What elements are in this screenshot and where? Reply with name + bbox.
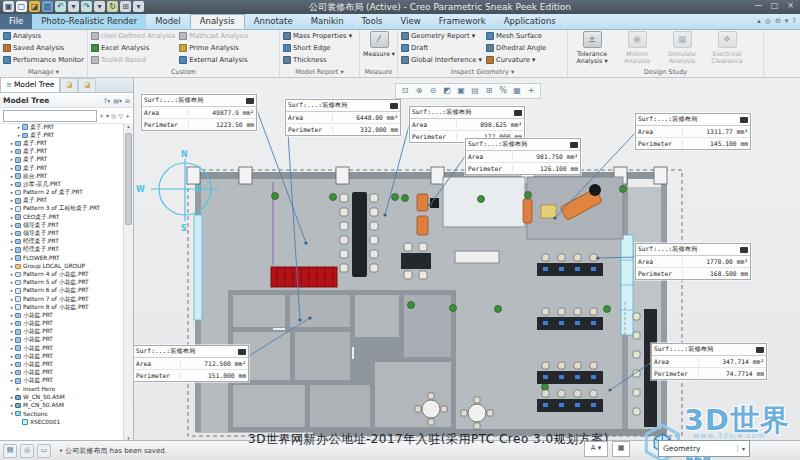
excel-analysis-button[interactable]: Excel Analysis xyxy=(91,42,175,54)
mathcad-analysis-button[interactable]: Mathcad Analysis xyxy=(179,30,248,42)
tree-item[interactable]: ▾Sections xyxy=(0,410,124,418)
selection-filter[interactable]: Geometry ▾ xyxy=(658,440,750,457)
selection-filter-arrow[interactable]: ▾ xyxy=(737,445,749,452)
tree-scrollbar[interactable]: ▴ ▾ xyxy=(123,123,133,441)
zoom-out-icon[interactable]: ⊖ xyxy=(427,85,439,97)
tab-manikin[interactable]: Manikin xyxy=(302,14,353,29)
windows-icon[interactable]: ⊞ xyxy=(120,1,131,12)
callout-pin-icon[interactable] xyxy=(514,110,522,116)
window-menu-icon[interactable]: ▣ xyxy=(3,1,14,12)
tab-model[interactable]: Model xyxy=(146,14,190,29)
tab-framework[interactable]: Framework xyxy=(430,14,495,29)
simulate-analysis-button[interactable]: ▦Simulate Analysis xyxy=(661,30,703,67)
measurement-callout[interactable]: Surf:...:装修布局Area6448.00 mm²Perimeter332… xyxy=(285,99,401,136)
open-icon[interactable]: ◪ xyxy=(29,1,40,12)
tree-item[interactable]: ▸小花盆.PRT xyxy=(0,336,124,344)
callout-pin-icon[interactable] xyxy=(570,142,578,148)
prime-analysis-button[interactable]: Prime Analysis xyxy=(179,42,248,54)
tree-item[interactable]: ▸小花盆.PRT xyxy=(0,369,124,377)
repaint-icon[interactable]: ◩ xyxy=(441,85,453,97)
search-options-arrow[interactable]: ▾ xyxy=(106,112,109,119)
expand-search-icon[interactable]: + xyxy=(125,112,130,119)
tree-item[interactable]: ▸桌子.PRT xyxy=(0,148,124,156)
tree-item[interactable]: ▸经理桌子.PRT xyxy=(0,238,124,246)
geometry-report-button[interactable]: Geometry Report ▾ xyxy=(401,30,482,42)
tab-favorites[interactable]: ◪ xyxy=(78,78,96,92)
show-columns-icon[interactable]: ⊞ xyxy=(125,97,130,104)
toolkit-based-button[interactable]: Toolkit-Based xyxy=(91,54,175,66)
motion-analysis-button[interactable]: ◉Motion Analysis xyxy=(616,30,658,67)
scroll-up-icon[interactable]: ▴ xyxy=(124,123,133,129)
snapshot-mini-button[interactable]: ▦ xyxy=(612,441,630,457)
undo-icon[interactable]: ↶ xyxy=(55,1,66,12)
callout-pin-icon[interactable] xyxy=(246,98,254,104)
tree-item[interactable]: ▸桌子.PRT xyxy=(0,139,124,147)
tree-item[interactable]: ▸桌子.PRT xyxy=(0,123,124,131)
zoom-in-icon[interactable]: ⊕ xyxy=(413,85,425,97)
search-input[interactable] xyxy=(3,110,97,122)
graphics-area[interactable]: N W E S ⊡⊕⊖◩▣▤⊞%▦+ Surf:...:装修布局Area4987… xyxy=(133,77,800,441)
callout-pin-icon[interactable] xyxy=(238,349,246,355)
refit-icon[interactable]: ⊡ xyxy=(399,85,411,97)
toggle-tree-icon[interactable]: ▤ xyxy=(3,444,17,458)
mass-properties-button[interactable]: Mass Properties ▾ xyxy=(283,30,352,42)
in-graphics-toolbar[interactable]: ⊡⊕⊖◩▣▤⊞%▦+ xyxy=(395,83,541,99)
global-interference-button[interactable]: Global Interference ▾ xyxy=(401,54,482,66)
dihedral-angle-button[interactable]: Dihedral Angle xyxy=(486,42,546,54)
analysis-button[interactable]: Analysis xyxy=(3,30,84,42)
tree-item[interactable]: XSEC0001 xyxy=(0,418,124,426)
find-in-tree-icon[interactable]: ◎ xyxy=(111,112,116,119)
tree-item[interactable]: ▸CEO桌子.PRT xyxy=(0,213,124,221)
display-style-icon[interactable]: ▣ xyxy=(455,85,467,97)
tree-item[interactable]: ▸桌子.PRT xyxy=(0,131,124,139)
tree-item[interactable]: ▸Pattern 8 of 小花盆.PRT xyxy=(0,303,124,311)
electrical-clearance-button[interactable]: ❖Electrical Clearance xyxy=(706,30,748,67)
tab-model-tree[interactable]: ≡ Model Tree xyxy=(0,77,60,92)
save-icon[interactable]: ▥ xyxy=(42,1,53,12)
tab-file[interactable]: File xyxy=(0,14,32,29)
tree-item[interactable]: ▸小花盆.PRT xyxy=(0,360,124,368)
tree-item[interactable]: ▸前台.PRT xyxy=(0,172,124,180)
minimize-button[interactable]: — xyxy=(751,1,766,12)
regenerate-icon[interactable]: ↻ xyxy=(107,1,118,12)
datum-display-icon[interactable]: ▤ xyxy=(469,85,481,97)
tree-item[interactable]: ▸M_CN_50.ASM xyxy=(0,401,124,409)
ribbon-group-label[interactable]: Manage ▾ xyxy=(0,67,87,77)
measurement-callout[interactable]: Surf:...:装修布局Area1770.00 mm²Perimeter168… xyxy=(635,243,751,280)
tree-item[interactable]: ▸小花盆.PRT xyxy=(0,377,124,385)
tree-item[interactable]: ▸桌子.PRT xyxy=(0,164,124,172)
callout-pin-icon[interactable] xyxy=(756,347,764,353)
new-icon[interactable]: ▢ xyxy=(16,1,27,12)
scrollbar-thumb[interactable] xyxy=(125,133,132,225)
tab-analysis[interactable]: Analysis xyxy=(190,14,245,29)
filter-icon[interactable]: ▽ xyxy=(118,112,123,119)
annotation-mini-button[interactable]: A ▾ xyxy=(584,441,608,457)
tolerance-analysis-button[interactable]: ±Tolerance Analysis ▾ xyxy=(571,30,613,67)
tree-item[interactable]: ▸小花盆.PRT xyxy=(0,320,124,328)
tree-item[interactable]: ▸小花盆.PRT xyxy=(0,344,124,352)
measurement-callout[interactable]: Surf:...:装修布局Area347.714 mm²Perimeter74.… xyxy=(651,343,767,380)
tree-item[interactable]: ▸领导桌子.PRT xyxy=(0,229,124,237)
tree-item[interactable]: ▸W_CN_50.ASM xyxy=(0,393,124,401)
mesh-surface-button[interactable]: Mesh Surface xyxy=(486,30,546,42)
curvature-button[interactable]: Curvature ▾ xyxy=(486,54,546,66)
ribbon-group-label[interactable]: Measure xyxy=(360,67,397,77)
close-button[interactable]: × xyxy=(783,1,798,12)
tree-item[interactable]: ▸FLOWER.PRT xyxy=(0,254,124,262)
annotation-display-icon[interactable]: % xyxy=(497,85,509,97)
callout-pin-icon[interactable] xyxy=(740,117,748,123)
command-search-icon[interactable]: ⊖ xyxy=(775,15,781,28)
plane-display-icon[interactable]: ⊞ xyxy=(483,85,495,97)
tree-item[interactable]: +Insert Here xyxy=(0,385,124,393)
ribbon-group-label[interactable]: Custom xyxy=(88,67,279,77)
view-manager-icon[interactable]: ▦ xyxy=(511,85,523,97)
tree-filters-icon[interactable]: T▾ xyxy=(104,97,111,104)
collapse-ribbon-icon[interactable]: ▴ xyxy=(757,15,761,28)
ribbon-group-label[interactable]: Inspect Geometry ▾ xyxy=(398,67,567,77)
maximize-button[interactable]: □ xyxy=(767,1,782,12)
measure-button[interactable]: ⁄Measure ▾ xyxy=(363,30,395,67)
measurement-callout[interactable]: Surf:...:装修布局Area49877.9 mm²Perimeter122… xyxy=(141,94,257,131)
measurement-callout[interactable]: Surf:...:装修布局Area1311.77 mm²Perimeter145… xyxy=(635,113,751,150)
short-edge-button[interactable]: Short Edge xyxy=(283,42,352,54)
tree-item[interactable]: ▸小花盆.PRT xyxy=(0,311,124,319)
